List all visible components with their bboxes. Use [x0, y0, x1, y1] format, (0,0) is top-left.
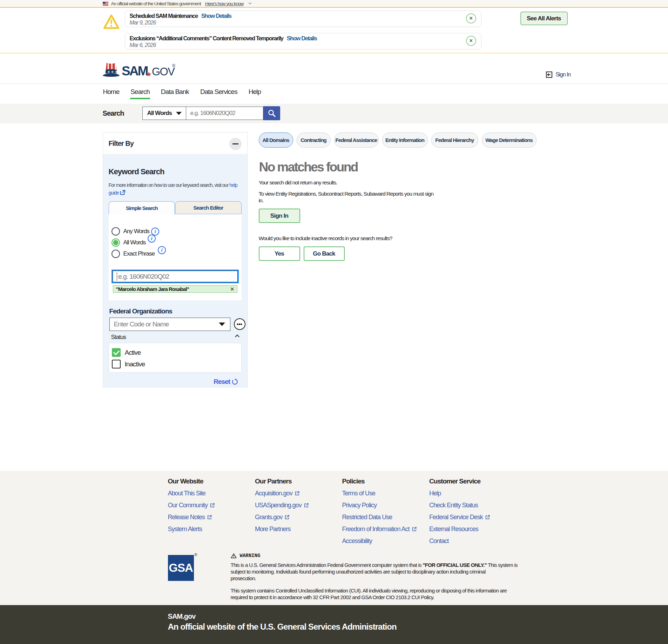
svg-text:SAM: SAM — [122, 64, 148, 78]
svg-text:GOV: GOV — [152, 66, 175, 78]
svg-text:★★★: ★★★ — [107, 70, 119, 74]
svg-text:®: ® — [172, 63, 175, 68]
